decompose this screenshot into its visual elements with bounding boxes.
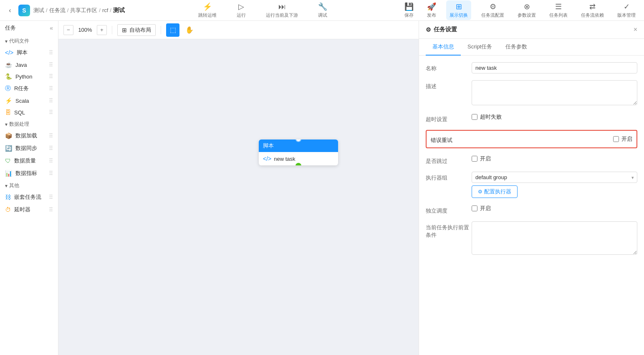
- tab-task-params[interactable]: 任务参数: [499, 39, 534, 56]
- independent-debug-checkbox[interactable]: [472, 205, 477, 211]
- sidebar-item-java[interactable]: ☕ Java ⠿: [0, 59, 58, 71]
- sidebar-item-data-indicator[interactable]: 📊 数据指标 ⠿: [0, 167, 58, 180]
- name-label: 名称: [426, 62, 472, 72]
- sidebar-title: 任务: [5, 24, 16, 32]
- sidebar-collapse-button[interactable]: «: [50, 25, 53, 31]
- executor-group-label: 执行器组: [426, 172, 472, 182]
- sidebar-item-nested-flow-label: 嵌套任务流: [14, 193, 41, 201]
- app-logo: S: [18, 5, 30, 16]
- auto-layout-button[interactable]: ⊞ 自动布局: [117, 24, 156, 36]
- sidebar-item-data-sync[interactable]: 🔄 数据同步 ⠿: [0, 142, 58, 155]
- task-node-new-task[interactable]: 脚本 </> new task: [259, 139, 338, 165]
- form-row-executor-group: 执行器组 default group ▾ ⚙ 配置执行器: [426, 172, 637, 198]
- drag-handle-icon: ⠿: [49, 109, 53, 116]
- publish-icon: 🚀: [427, 2, 436, 11]
- executor-group-select[interactable]: default group: [472, 172, 637, 183]
- precondition-textarea[interactable]: [472, 221, 637, 255]
- sidebar-item-data-quality-label: 数据质量: [14, 157, 36, 165]
- tool-task-deps[interactable]: ⇄ 任务流依赖: [578, 0, 607, 20]
- debug-icon: 🔧: [318, 2, 327, 11]
- drag-handle-icon: ⠿: [49, 132, 53, 139]
- sidebar-item-r-task[interactable]: Ⓡ R任务 ⠿: [0, 82, 58, 95]
- timeout-checkbox[interactable]: [472, 114, 477, 120]
- tool-task-config[interactable]: ⚙ 任务流配置: [478, 0, 508, 20]
- sidebar-item-nested-flow[interactable]: ⛓ 嵌套任务流 ⠿: [0, 191, 58, 203]
- tool-publish[interactable]: 🚀 发布: [424, 0, 439, 20]
- tool-display-switch[interactable]: ⊞ 展示切换: [446, 0, 471, 20]
- hand-tool-button[interactable]: ✋: [183, 23, 196, 37]
- back-button[interactable]: ‹: [5, 5, 15, 15]
- drag-handle-icon: ⠿: [49, 170, 53, 177]
- toolbar-divider: [112, 26, 112, 34]
- tab-basic-info[interactable]: 基本信息: [426, 39, 461, 56]
- sidebar-item-sql[interactable]: 🗄 SQL ⠿: [0, 106, 58, 118]
- topbar: ‹ S 测试 / 任务流 / 共享工作区 / rcf / 测试 ⚡ 跳转运维 ▷…: [0, 0, 644, 21]
- right-panel-header: ⚙ 任务设置 ×: [419, 21, 644, 39]
- form-row-skip: 是否跳过 开启: [426, 155, 637, 165]
- form-row-desc: 描述: [426, 80, 637, 106]
- sidebar-item-python[interactable]: 🐍 Python ⠿: [0, 71, 58, 82]
- sidebar-item-python-label: Python: [15, 74, 32, 80]
- gear-icon: ⚙: [426, 26, 431, 33]
- topbar-right: 💾 保存 🚀 发布 ⊞ 展示切换 ⚙ 任务流配置 ⊗ 参数设置 ☰ 任务列表 ⇄…: [401, 0, 639, 20]
- group-data-processing-label: 数据处理: [9, 121, 29, 128]
- name-input[interactable]: [472, 62, 637, 74]
- save-icon: 💾: [404, 2, 414, 11]
- right-panel-title-text: 任务设置: [434, 26, 457, 33]
- sidebar-item-java-label: Java: [15, 62, 27, 68]
- task-node-script-icon: </>: [263, 155, 271, 162]
- zoom-value: 100%: [77, 27, 93, 33]
- retry-checkbox[interactable]: [613, 136, 619, 142]
- sidebar-item-data-quality[interactable]: 🛡 数据质量 ⠿: [0, 155, 58, 167]
- java-icon: ☕: [5, 61, 12, 68]
- drag-handle-icon: ⠿: [49, 194, 53, 200]
- config-executor-button[interactable]: ⚙ 配置执行器: [472, 185, 518, 198]
- sidebar-item-timer[interactable]: ⏱ 延时器 ⠿: [0, 203, 58, 216]
- sidebar-group-other[interactable]: ▾ 其他: [0, 180, 58, 191]
- sidebar-item-script[interactable]: </> 脚本 ⠿: [0, 46, 58, 59]
- auto-layout-icon: ⊞: [122, 27, 127, 33]
- save-label: 保存: [404, 12, 414, 18]
- config-executor-label: 配置执行器: [484, 188, 511, 195]
- sidebar-group-data-processing[interactable]: ▾ 数据处理: [0, 118, 58, 129]
- run-icon: ▷: [238, 2, 244, 11]
- desc-textarea[interactable]: [472, 80, 637, 105]
- nav-run-current[interactable]: ⏭ 运行当前及下游: [263, 1, 301, 20]
- sidebar-group-code-files[interactable]: ▾ 代码文件: [0, 35, 58, 46]
- sidebar-item-data-load[interactable]: 📦 数据加载 ⠿: [0, 129, 58, 142]
- nav-jump-ops[interactable]: ⚡ 跳转运维: [195, 0, 220, 20]
- data-load-icon: 📦: [5, 132, 12, 139]
- tool-param-setting[interactable]: ⊗ 参数设置: [514, 0, 539, 20]
- tool-version-manage[interactable]: ✓ 版本管理: [614, 0, 639, 20]
- skip-checkbox[interactable]: [472, 156, 477, 162]
- tab-script-task[interactable]: Script任务: [461, 39, 499, 56]
- scala-icon: ⚡: [5, 97, 12, 104]
- debug-label: 调试: [318, 12, 327, 18]
- select-tool-button[interactable]: ⬚: [166, 23, 179, 37]
- timeout-label: 超时设置: [426, 113, 472, 123]
- nav-run[interactable]: ▷ 运行: [233, 0, 249, 20]
- task-node-name: new task: [274, 156, 295, 162]
- main-layout: 任务 « ▾ 代码文件 </> 脚本 ⠿ ☕ Java ⠿ 🐍 Python: [0, 21, 644, 355]
- nav-debug[interactable]: 🔧 调试: [315, 0, 331, 20]
- group-code-files-label: 代码文件: [9, 38, 29, 45]
- breadcrumb-taskflow: 任务流: [49, 7, 66, 14]
- tool-save[interactable]: 💾 保存: [401, 0, 417, 20]
- chevron-down-icon: ▾: [5, 183, 8, 189]
- timer-icon: ⏱: [5, 206, 11, 213]
- tool-task-list[interactable]: ☰ 任务列表: [546, 0, 571, 20]
- right-panel-close-button[interactable]: ×: [634, 26, 637, 33]
- task-config-label: 任务流配置: [481, 12, 504, 18]
- sidebar-item-scala[interactable]: ⚡ Scala ⠿: [0, 95, 58, 106]
- zoom-out-button[interactable]: −: [63, 25, 73, 35]
- breadcrumb-rcf: rcf: [102, 7, 108, 13]
- topbar-center: ⚡ 跳转运维 ▷ 运行 ⏭ 运行当前及下游 🔧 调试: [125, 0, 401, 20]
- form-row-timeout: 超时设置 超时失败: [426, 113, 637, 123]
- topbar-left: ‹ S 测试 / 任务流 / 共享工作区 / rcf / 测试: [5, 5, 125, 16]
- drag-handle-icon: ⠿: [49, 206, 53, 213]
- right-panel-title: ⚙ 任务设置: [426, 26, 457, 33]
- independent-debug-control: 开启: [472, 205, 637, 212]
- zoom-in-button[interactable]: +: [97, 25, 107, 35]
- canvas-content[interactable]: 脚本 </> new task: [58, 39, 419, 355]
- drag-handle-icon: ⠿: [49, 157, 53, 164]
